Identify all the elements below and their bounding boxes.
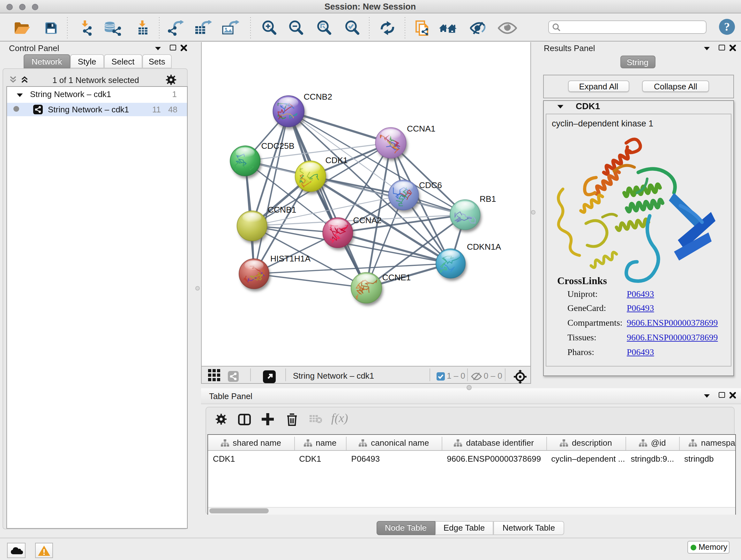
svg-text:CCNA2: CCNA2	[353, 216, 381, 226]
svg-text:HIST1H1A: HIST1H1A	[270, 254, 311, 264]
svg-text:CDKN1A: CDKN1A	[467, 242, 501, 252]
svg-text:CCNB1: CCNB1	[267, 205, 296, 215]
svg-text:CDC6: CDC6	[419, 181, 442, 190]
svg-text:CCNA1: CCNA1	[407, 124, 435, 134]
svg-text:CDK1: CDK1	[325, 156, 347, 165]
svg-text:CDC25B: CDC25B	[261, 141, 294, 151]
svg-text:?: ?	[724, 20, 730, 33]
svg-text:CCNB2: CCNB2	[303, 92, 332, 102]
svg-text:CCNE1: CCNE1	[382, 273, 410, 283]
svg-text:RB1: RB1	[479, 194, 495, 204]
